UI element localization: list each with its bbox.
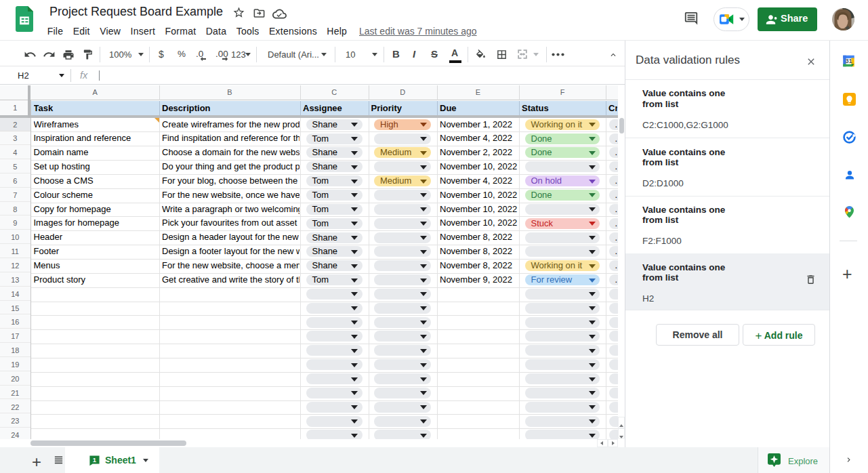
svg-text:1: 1: [93, 456, 97, 464]
svg-text:31: 31: [846, 58, 852, 64]
